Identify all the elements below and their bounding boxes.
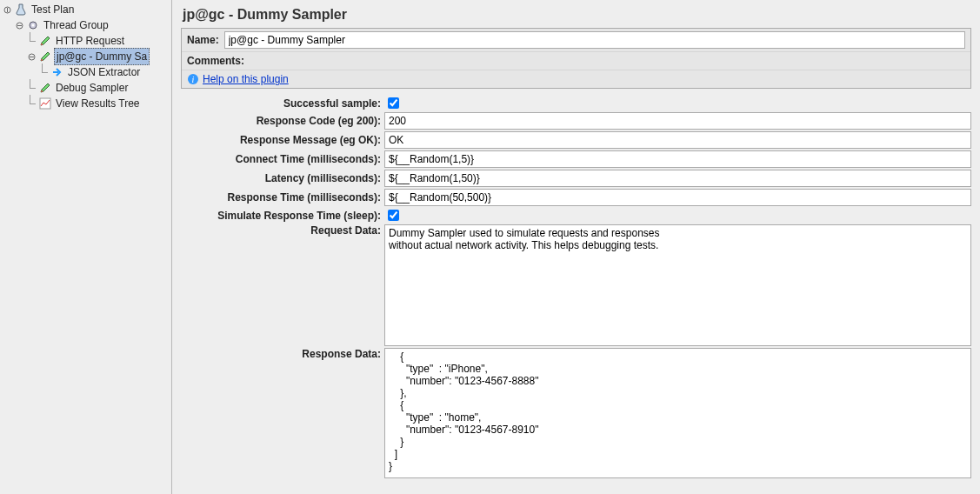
svg-point-11	[41, 90, 43, 92]
input-response-code[interactable]	[384, 112, 971, 130]
sampler-icon	[38, 34, 52, 48]
tree-label: Debug Sampler	[54, 80, 130, 96]
checkbox-simulate-sleep[interactable]	[388, 210, 399, 221]
label-response-message: Response Message (eg OK):	[181, 134, 384, 146]
checkbox-successful-sample[interactable]	[388, 97, 399, 109]
detail-pane: jp@gc - Dummy Sampler Name: Comments: i …	[172, 0, 980, 494]
tree-label: HTTP Request	[54, 33, 126, 49]
row-response-code: Response Code (eg 200):	[181, 112, 971, 130]
label-request-data: Request Data:	[181, 224, 384, 237]
name-input[interactable]	[224, 31, 965, 49]
help-link[interactable]: Help on this plugin	[203, 73, 289, 85]
input-latency[interactable]	[384, 170, 971, 187]
svg-point-6	[32, 24, 35, 27]
expand-toggle-icon[interactable]	[26, 51, 37, 62]
tree-item-json-extractor[interactable]: JSON Extractor	[0, 64, 171, 80]
tree-branch-icon	[38, 67, 49, 77]
row-response-data: Response Data:	[181, 348, 971, 478]
flask-icon	[14, 3, 28, 17]
svg-text:i: i	[192, 75, 195, 84]
gear-icon	[26, 18, 40, 32]
tree-pane: Test Plan Thread Group HTTP Request	[0, 0, 172, 494]
tree-branch-icon	[26, 83, 37, 93]
tree-item-test-plan[interactable]: Test Plan	[0, 2, 171, 17]
panel-title: jp@gc - Dummy Sampler	[181, 3, 971, 28]
label-response-time: Response Time (milliseconds):	[181, 191, 384, 204]
tree-label: jp@gc - Dummy Sa	[54, 48, 150, 65]
row-successful-sample: Successful sample:	[181, 96, 971, 110]
tree-item-http-request[interactable]: HTTP Request	[0, 33, 171, 49]
sampler-icon	[38, 50, 52, 63]
textarea-response-data[interactable]	[384, 348, 971, 478]
tree-item-view-results-tree[interactable]: View Results Tree	[0, 96, 171, 111]
tree-item-debug-sampler[interactable]: Debug Sampler	[0, 80, 171, 96]
input-response-message[interactable]	[384, 131, 971, 149]
label-simulate-sleep: Simulate Response Time (sleep):	[181, 210, 384, 222]
tree-label: Test Plan	[30, 2, 76, 17]
expand-toggle-icon[interactable]	[14, 20, 24, 30]
tree-label: Thread Group	[42, 17, 110, 33]
row-request-data: Request Data:	[181, 224, 971, 346]
form-area: Successful sample: Response Code (eg 200…	[181, 89, 971, 478]
info-icon: i	[187, 73, 199, 85]
textarea-request-data[interactable]	[384, 224, 971, 346]
label-response-code: Response Code (eg 200):	[181, 115, 384, 127]
postprocessor-icon	[50, 65, 64, 79]
svg-point-7	[41, 43, 43, 45]
app-root: Test Plan Thread Group HTTP Request	[0, 0, 980, 494]
tree-branch-icon	[26, 36, 37, 46]
input-connect-time[interactable]	[384, 150, 971, 168]
row-response-time: Response Time (milliseconds):	[181, 189, 971, 206]
label-response-data: Response Data:	[181, 348, 384, 360]
sampler-icon	[38, 81, 52, 95]
header-box: Name: Comments: i Help on this plugin	[181, 28, 971, 89]
label-successful-sample: Successful sample:	[181, 97, 384, 110]
tree-item-dummy-sampler[interactable]: jp@gc - Dummy Sa	[0, 49, 171, 64]
listener-icon	[38, 97, 52, 110]
name-label: Name:	[187, 34, 219, 46]
expand-toggle-icon[interactable]	[2, 4, 12, 15]
tree-label: JSON Extractor	[66, 64, 142, 80]
row-connect-time: Connect Time (milliseconds):	[181, 150, 971, 168]
row-response-message: Response Message (eg OK):	[181, 131, 971, 149]
label-latency: Latency (milliseconds):	[181, 172, 384, 184]
tree-label: View Results Tree	[54, 96, 142, 111]
input-response-time[interactable]	[384, 189, 971, 206]
comments-label: Comments:	[187, 55, 244, 67]
tree-branch-icon	[26, 98, 37, 109]
svg-point-10	[41, 59, 43, 61]
row-simulate-sleep: Simulate Response Time (sleep):	[181, 208, 971, 223]
label-connect-time: Connect Time (milliseconds):	[181, 153, 384, 165]
tree-item-thread-group[interactable]: Thread Group	[0, 17, 171, 33]
row-latency: Latency (milliseconds):	[181, 170, 971, 187]
